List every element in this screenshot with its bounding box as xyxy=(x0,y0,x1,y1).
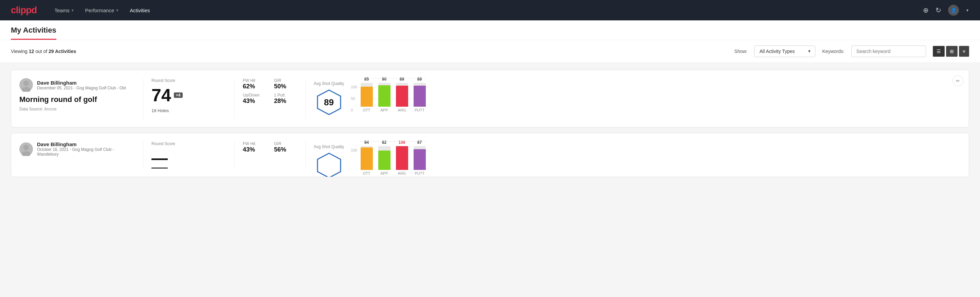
nav-performance[interactable]: Performance ▼ xyxy=(85,5,119,15)
bar-app: 90 APP xyxy=(378,77,390,112)
avg-shot-quality-label: Avg Shot Quality xyxy=(314,144,344,149)
divider xyxy=(305,78,305,119)
view-list-compact-button[interactable]: ☰ xyxy=(933,46,945,57)
y-mid-label: 50 xyxy=(351,96,357,101)
gir-stat: GIR 56% xyxy=(274,141,297,153)
stat-grid: FW Hit 62% GIR 50% Up/Down 43% 1 Putt 28… xyxy=(243,78,297,105)
avatar xyxy=(19,78,33,92)
round-score-section: Round Score — xyxy=(151,141,226,169)
bar-ott: 85 OTT xyxy=(361,77,373,112)
bar-chart-area: 100 50 0 85 OTT xyxy=(351,78,425,119)
view-toggle: ☰ ⊞ ≡ xyxy=(933,46,969,57)
avatar xyxy=(19,142,33,156)
user-name: Dave Billingham xyxy=(37,80,126,86)
quality-column: Avg Shot Quality xyxy=(314,144,344,177)
holes-text: 18 Holes xyxy=(151,108,226,113)
round-score-label: Round Score xyxy=(151,141,226,146)
refresh-icon[interactable]: ↻ xyxy=(935,6,941,14)
bar-ott: 94 OTT xyxy=(361,140,373,176)
user-menu-chevron-icon[interactable]: ▼ xyxy=(966,8,969,12)
page-header: My Activities xyxy=(0,21,980,40)
grid-icon: ⊞ xyxy=(950,49,954,54)
divider xyxy=(234,141,235,169)
avatar-icon: 👤 xyxy=(951,8,956,13)
divider xyxy=(234,78,235,119)
user-date: December 05, 2021 - Gog Magog Golf Club … xyxy=(37,86,126,90)
viewing-text: Viewing 12 out of 29 Activities xyxy=(11,49,76,54)
svg-point-0 xyxy=(24,81,29,86)
round-score-section: Round Score 74 +4 18 Holes xyxy=(151,78,226,113)
bar-chart-area: 100 94 OTT 82 xyxy=(351,141,425,177)
bar-app: 82 APP xyxy=(378,140,390,176)
gir-stat: GIR 50% xyxy=(274,78,297,90)
list-detail-icon: ≡ xyxy=(963,49,966,54)
round-score-label: Round Score xyxy=(151,78,226,83)
nav-teams[interactable]: Teams ▼ xyxy=(54,5,74,15)
y-axis-labels: 100 xyxy=(351,148,357,177)
avg-shot-quality-label: Avg Shot Quality xyxy=(314,81,344,86)
hexagon-score: 89 xyxy=(315,89,343,116)
navbar-right: ⊕ ↻ 👤 ▼ xyxy=(923,5,969,16)
search-input[interactable] xyxy=(851,46,926,57)
add-icon[interactable]: ⊕ xyxy=(923,6,929,14)
filter-bar: Viewing 12 out of 29 Activities Show: Al… xyxy=(0,40,980,63)
activity-card: Dave Billingham October 16, 2021 - Gog M… xyxy=(11,133,969,177)
list-compact-icon: ☰ xyxy=(937,49,941,54)
view-list-detail-button[interactable]: ≡ xyxy=(959,46,969,57)
svg-marker-5 xyxy=(318,153,340,177)
shot-quality-section: Avg Shot Quality 100 xyxy=(314,141,961,177)
divider xyxy=(143,78,143,119)
fw-hit-stat: FW Hit 43% xyxy=(243,141,266,153)
activity-type-select-wrapper: All Activity Types ▼ xyxy=(754,46,815,57)
hexagon-wrapper xyxy=(314,152,344,177)
user-date: October 16, 2021 - Gog Magog Golf Club -… xyxy=(37,147,135,156)
round-score-value: 74 +4 xyxy=(151,86,183,104)
quality-column: Avg Shot Quality 89 xyxy=(314,81,344,116)
performance-chevron-icon: ▼ xyxy=(115,8,119,12)
svg-point-3 xyxy=(24,145,29,150)
activity-title: Morning round of golf xyxy=(19,95,135,104)
show-label: Show: xyxy=(735,49,748,54)
bar-arg: 106 ARG xyxy=(396,140,408,176)
updown-stat: Up/Down 43% xyxy=(243,93,266,105)
nav-activities[interactable]: Activities xyxy=(130,5,150,15)
y-axis-labels: 100 50 0 xyxy=(351,85,357,119)
edit-button[interactable]: ✏ xyxy=(953,75,963,86)
hexagon-wrapper: 89 xyxy=(314,89,344,116)
user-row: Dave Billingham October 16, 2021 - Gog M… xyxy=(19,141,135,156)
navbar: clippd Teams ▼ Performance ▼ Activities … xyxy=(0,0,980,21)
fw-hit-stat: FW Hit 62% xyxy=(243,78,266,90)
score-row: 74 +4 xyxy=(151,86,226,104)
shot-quality-section: Avg Shot Quality 89 100 50 0 xyxy=(314,78,961,119)
score-diff-badge: +4 xyxy=(174,93,183,98)
divider xyxy=(305,141,305,169)
one-putt-stat: 1 Putt 28% xyxy=(274,93,297,105)
activity-card: Dave Billingham December 05, 2021 - Gog … xyxy=(11,70,969,128)
bar-putt: 87 PUTT xyxy=(414,140,426,176)
stat-grid: FW Hit 43% GIR 56% xyxy=(243,141,297,153)
activity-type-select[interactable]: All Activity Types xyxy=(754,46,815,57)
bar-putt: 89 PUTT xyxy=(414,77,426,112)
teams-chevron-icon: ▼ xyxy=(71,8,74,12)
svg-point-1 xyxy=(22,87,30,92)
view-grid-button[interactable]: ⊞ xyxy=(946,46,958,57)
user-name: Dave Billingham xyxy=(37,141,135,147)
app-logo: clippd xyxy=(11,5,37,16)
data-source: Data Source: Arccos xyxy=(19,107,135,112)
card-left: Dave Billingham October 16, 2021 - Gog M… xyxy=(19,141,135,160)
divider xyxy=(143,141,143,169)
keywords-label: Keywords: xyxy=(822,49,844,54)
page-title: My Activities xyxy=(11,26,56,40)
hexagon-score xyxy=(315,152,343,177)
activities-list: Dave Billingham December 05, 2021 - Gog … xyxy=(0,63,980,184)
y-min-label: 0 xyxy=(351,108,357,112)
card-left: Dave Billingham December 05, 2021 - Gog … xyxy=(19,78,135,112)
bar-arg: 89 ARG xyxy=(396,77,408,112)
svg-point-4 xyxy=(22,151,30,156)
y-max-label: 100 xyxy=(351,85,357,89)
user-avatar-nav[interactable]: 👤 xyxy=(948,5,959,16)
user-row: Dave Billingham December 05, 2021 - Gog … xyxy=(19,78,135,92)
